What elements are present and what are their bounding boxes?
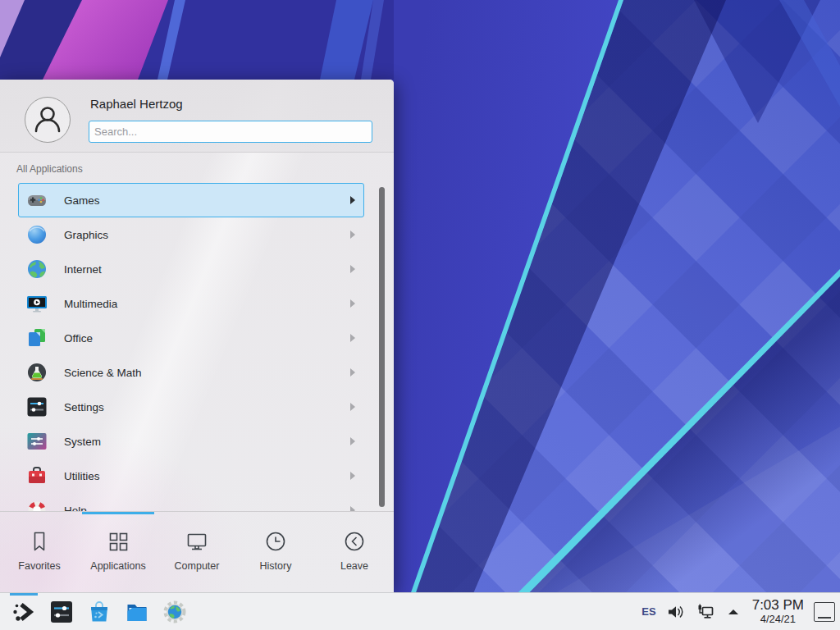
discover-button[interactable] xyxy=(80,593,118,630)
submenu-arrow-icon xyxy=(350,265,355,273)
category-item-help[interactable]: Help xyxy=(18,493,364,511)
header-divider xyxy=(0,152,394,153)
category-label: Help xyxy=(64,504,350,512)
category-item-games[interactable]: Games xyxy=(18,183,364,217)
user-icon xyxy=(25,98,70,142)
category-item-multimedia[interactable]: Multimedia xyxy=(18,286,364,321)
list-scrollbar[interactable] xyxy=(379,187,385,507)
tab-leave[interactable]: Leave xyxy=(315,512,394,592)
system-tray: ES xyxy=(641,604,740,620)
submenu-arrow-icon xyxy=(350,196,355,204)
category-label: Graphics xyxy=(64,229,350,241)
desktop: Raphael Hertzog All Applications Games xyxy=(0,0,840,630)
taskbar-panel: ES xyxy=(0,592,840,630)
multimedia-icon xyxy=(26,293,48,314)
tab-label: Favorites xyxy=(18,560,60,572)
games-icon xyxy=(26,189,48,211)
category-label: Office xyxy=(64,332,350,345)
bookmark-icon xyxy=(27,529,52,554)
discover-icon xyxy=(87,600,112,624)
launcher-tabbar: Favorites Applications xyxy=(0,512,394,592)
category-label: Games xyxy=(64,194,350,207)
category-item-settings[interactable]: Settings xyxy=(18,390,364,424)
category-item-office[interactable]: Office xyxy=(18,321,364,355)
user-name: Raphael Hertzog xyxy=(90,97,183,111)
show-desktop-button[interactable] xyxy=(814,602,835,622)
search-input[interactable] xyxy=(89,121,372,143)
launcher-open-indicator xyxy=(10,593,38,596)
internet-icon xyxy=(26,258,48,280)
leave-icon xyxy=(342,529,367,554)
digital-clock[interactable]: 7:03 PM 4/24/21 xyxy=(752,598,804,625)
grid-icon xyxy=(106,529,130,554)
category-label: Internet xyxy=(64,263,350,276)
tab-computer[interactable]: Computer xyxy=(158,512,236,592)
submenu-arrow-icon xyxy=(350,472,355,480)
system-icon xyxy=(26,431,48,452)
application-launcher-popup: Raphael Hertzog All Applications Games xyxy=(0,80,394,592)
network-icon[interactable] xyxy=(696,604,715,620)
category-item-science[interactable]: Science & Math xyxy=(18,355,364,390)
category-label: System xyxy=(64,436,350,448)
category-item-internet[interactable]: Internet xyxy=(18,252,364,286)
tab-label: Computer xyxy=(175,560,220,572)
clock-time: 7:03 PM xyxy=(752,598,804,614)
application-launcher-button[interactable] xyxy=(5,593,43,630)
browser-button[interactable] xyxy=(156,593,194,630)
category-item-system[interactable]: System xyxy=(18,424,364,459)
submenu-arrow-icon xyxy=(350,231,355,239)
tab-label: Leave xyxy=(340,560,368,572)
submenu-arrow-icon xyxy=(350,334,355,342)
section-label: All Applications xyxy=(16,163,83,175)
tab-history[interactable]: History xyxy=(236,512,315,592)
file-manager-button[interactable] xyxy=(118,593,156,630)
category-item-graphics[interactable]: Graphics xyxy=(18,217,364,252)
submenu-arrow-icon xyxy=(350,299,355,308)
utilities-icon xyxy=(26,465,48,486)
clock-date: 4/24/21 xyxy=(760,614,796,625)
konqueror-globe-icon xyxy=(162,600,187,624)
category-label: Science & Math xyxy=(64,367,350,379)
category-list: Games Graphics xyxy=(0,183,394,511)
monitor-icon xyxy=(185,529,209,554)
clock-icon xyxy=(263,529,288,554)
category-label: Settings xyxy=(64,401,350,413)
graphics-icon xyxy=(26,224,48,245)
tab-label: History xyxy=(260,560,292,572)
folder-icon xyxy=(125,600,149,624)
science-icon xyxy=(26,362,48,383)
settings-icon xyxy=(26,396,48,418)
category-label: Utilities xyxy=(64,470,350,482)
help-icon xyxy=(26,500,48,511)
submenu-arrow-icon xyxy=(350,368,355,377)
submenu-arrow-icon xyxy=(350,403,355,411)
keyboard-layout-indicator[interactable]: ES xyxy=(641,605,655,618)
tab-label: Applications xyxy=(90,560,145,572)
office-icon xyxy=(26,327,48,349)
category-label: Multimedia xyxy=(64,298,350,310)
volume-icon[interactable] xyxy=(667,604,685,620)
system-settings-icon xyxy=(49,600,74,624)
category-item-utilities[interactable]: Utilities xyxy=(18,459,364,493)
system-settings-button[interactable] xyxy=(43,593,80,630)
user-avatar[interactable] xyxy=(25,97,71,143)
tab-applications[interactable]: Applications xyxy=(79,512,158,592)
tray-expander-icon[interactable] xyxy=(726,606,741,618)
launcher-header: Raphael Hertzog xyxy=(0,80,394,152)
kde-launcher-icon xyxy=(11,600,36,624)
submenu-arrow-icon xyxy=(350,437,355,445)
tab-favorites[interactable]: Favorites xyxy=(0,512,79,592)
